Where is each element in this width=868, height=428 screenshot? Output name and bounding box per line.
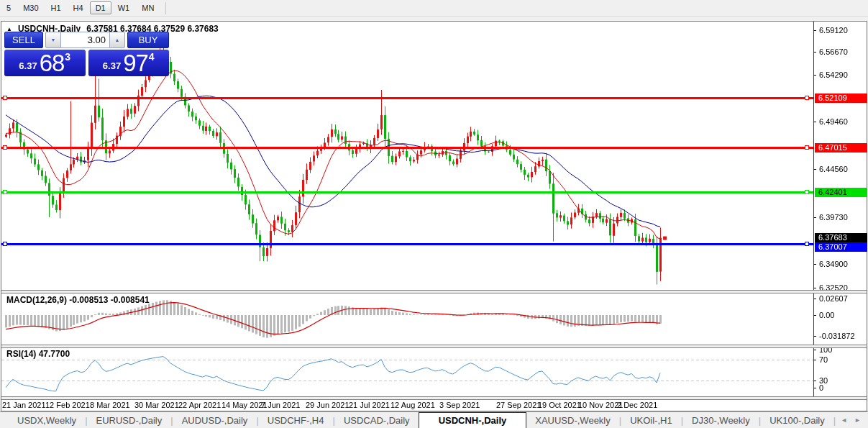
sell-price-box[interactable]: 6.37 68 3 [4, 50, 86, 76]
volume-increase-button[interactable]: ▲ [109, 32, 125, 48]
rsi-axis-label: 70 [819, 355, 828, 364]
tab-usdchf-h4[interactable]: USDCHF-,H4 [259, 412, 333, 428]
date-axis-label: 8 Mar 2021 [90, 401, 130, 409]
price-axis-label: 6.59120 [819, 26, 848, 35]
tab-usdx-weekly[interactable]: USDX,Weekly [9, 412, 85, 428]
date-axis-label: 2 Dec 2021 [617, 401, 657, 409]
timeframe-button-w1[interactable]: W1 [112, 1, 136, 14]
resistance-line-1-price-badge: 6.52109 [815, 94, 867, 103]
volume-decrease-button[interactable]: ▼ [45, 32, 61, 48]
timeframe-button-h4[interactable]: H4 [68, 1, 89, 14]
support-line-green-left-handle[interactable] [3, 190, 7, 194]
price-axis-border [813, 22, 814, 399]
rsi-panel-separator[interactable] [1, 345, 867, 348]
price-axis-label: 6.39730 [819, 213, 848, 222]
tab-xauusd-weekly[interactable]: XAUUSD-,Weekly [526, 412, 619, 428]
support-line-blue[interactable] [1, 243, 813, 245]
timeframe-button-h1[interactable]: H1 [45, 1, 67, 14]
resistance-line-2-left-handle[interactable] [3, 145, 7, 150]
tab-separator: | [833, 412, 836, 428]
one-click-trade-panel: SELL ▼ 3.00 ▲ BUY 6.37 68 3 6.37 97 4 [4, 32, 169, 76]
support-line-green-right-handle[interactable] [805, 190, 809, 194]
resistance-line-2-right-handle[interactable] [805, 145, 809, 150]
date-axis-label: 21 Jan 2021 [2, 401, 46, 409]
macd-axis-label: 0.02607 [819, 294, 848, 303]
price-axis-label: 6.54290 [819, 70, 848, 79]
date-axis-label: 27 Sep 2021 [496, 401, 541, 409]
rsi-indicator-label: RSI(14) 47.7700 [6, 349, 70, 359]
timeframe-button-5[interactable]: 5 [1, 1, 17, 14]
timeframe-button-mn[interactable]: MN [136, 1, 160, 14]
symbol-tab-bar: USDX,Weekly|EURUSD-,Daily|AUDUSD-,Daily|… [0, 411, 868, 428]
date-axis-label: 19 Oct 2021 [538, 401, 581, 409]
tab-usdcad-daily[interactable]: USDCAD-,Daily [335, 412, 419, 428]
price-axis-label: 6.49460 [819, 117, 848, 126]
macd-panel-separator[interactable] [1, 290, 867, 293]
chart-canvas[interactable] [1, 22, 867, 411]
support-line-green-price-badge: 6.42401 [815, 188, 867, 197]
support-line-green[interactable] [1, 191, 813, 193]
resistance-line-1-left-handle[interactable] [3, 96, 7, 100]
tab-scroll-arrows: ◄► [841, 412, 868, 428]
date-axis-label: 12 Aug 2021 [390, 401, 435, 409]
timeframe-button-d1[interactable]: D1 [90, 1, 111, 14]
sell-price-prefix: 6.37 [19, 60, 37, 71]
date-axis-label: 7 Jun 2021 [261, 401, 300, 409]
tab-usdcnh-daily[interactable]: USDCNH-,Daily [419, 412, 527, 428]
date-axis-label: 12 Feb 2021 [45, 401, 90, 409]
buy-price-main: 97 [123, 53, 148, 73]
current-price-badge: 6.37683 [815, 233, 867, 242]
price-axis-label: 6.44560 [819, 165, 848, 173]
date-axis-separator [1, 396, 867, 400]
chart-window: ▲ USDCNH-,Daily 6.37581 6.37684 6.37529 … [1, 21, 867, 411]
sell-button[interactable]: SELL [4, 32, 43, 48]
date-axis-label: 30 Mar 2021 [134, 401, 179, 409]
date-axis-label: 29 Jun 2021 [306, 401, 350, 409]
resistance-line-2-price-badge: 6.47015 [815, 143, 867, 152]
resistance-line-1[interactable] [1, 97, 813, 99]
timeframe-toolbar: 5M30H1H4D1W1MN [0, 0, 868, 17]
timeframe-button-m30[interactable]: M30 [17, 1, 44, 14]
support-line-blue-price-badge: 6.37007 [815, 242, 867, 252]
support-line-blue-left-handle[interactable] [3, 242, 7, 246]
date-axis-label: 22 Apr 2021 [178, 401, 221, 409]
tab-dj30-weekly[interactable]: DJ30-,Weekly [683, 412, 759, 428]
buy-price-prefix: 6.37 [103, 60, 121, 71]
resistance-line-2[interactable] [1, 147, 813, 149]
price-axis-label: 6.34900 [819, 260, 848, 268]
macd-axis-label: 0.00 [819, 311, 834, 319]
support-line-blue-right-handle[interactable] [805, 242, 809, 246]
tab-scroll-left-icon[interactable]: ◄ [841, 416, 847, 424]
macd-axis-label: -0.031872 [819, 332, 855, 340]
buy-button[interactable]: BUY [127, 32, 169, 48]
date-axis-label: 3 Sep 2021 [439, 401, 480, 409]
buy-price-pip: 4 [149, 51, 155, 63]
rsi-axis-label: 0 [819, 383, 823, 392]
toolbar-divider [165, 2, 166, 14]
date-axis-label: 21 Jul 2021 [349, 401, 390, 409]
price-axis-label: 6.56670 [819, 47, 848, 56]
tab-audusd-daily[interactable]: AUDUSD-,Daily [173, 412, 257, 428]
tab-ukoil-h1[interactable]: UKOil-,H1 [621, 412, 681, 428]
buy-price-box[interactable]: 6.37 97 4 [88, 50, 170, 76]
resistance-line-1-right-handle[interactable] [805, 96, 809, 100]
tab-scroll-right-icon[interactable]: ► [854, 416, 861, 424]
volume-input[interactable]: 3.00 [61, 32, 109, 48]
tab-eurusd-daily[interactable]: EURUSD-,Daily [88, 412, 171, 428]
sell-price-pip: 3 [65, 51, 70, 63]
tab-uk100-daily[interactable]: UK100-,Daily [761, 412, 833, 428]
sell-price-main: 68 [40, 53, 65, 73]
macd-indicator-label: MACD(12,26,9) -0.008513 -0.008541 [6, 295, 150, 305]
